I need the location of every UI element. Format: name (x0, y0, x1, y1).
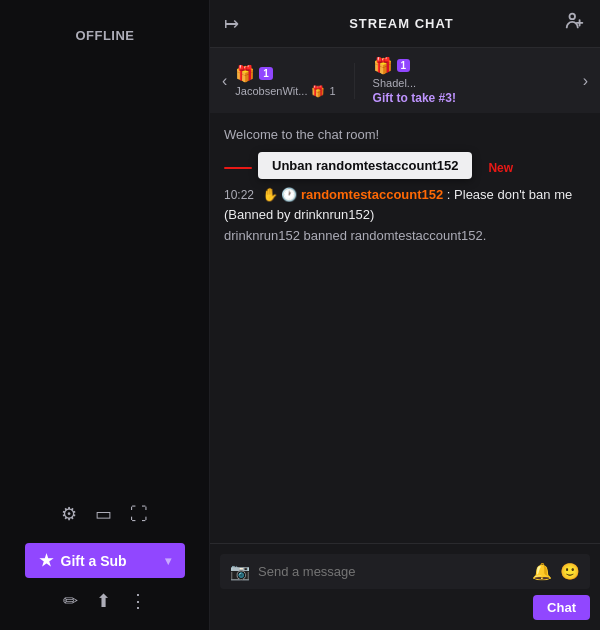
gift-sub-count-1: 1 (329, 85, 335, 97)
sidebar: OFFLINE ⚙ ▭ ⛶ ★ Gift a Sub ▾ ✏ ⬆ ⋮ (0, 0, 210, 630)
chat-header: ↦ STREAM CHAT (210, 0, 600, 48)
camera-icon[interactable]: 📷 (230, 562, 250, 581)
gift-username-1: JacobsenWit... (235, 85, 307, 97)
notification-icon[interactable]: 🔔 (532, 562, 552, 581)
gift-sub-button[interactable]: ★ Gift a Sub ▾ (25, 543, 185, 578)
chat-send-button[interactable]: Chat (533, 595, 590, 620)
unban-row: Unban randomtestaccount152 New (224, 152, 586, 183)
gift-emoji-1: 🎁 (235, 64, 255, 83)
gift-emoji-2: 🎁 (373, 56, 393, 75)
chat-input-wrapper: 📷 🔔 🙂 (220, 554, 590, 589)
stream-chat-title: STREAM CHAT (349, 16, 454, 31)
gift-notification-bar: ‹ 🎁 1 JacobsenWit... 🎁 1 🎁 1 (210, 48, 600, 113)
emoji-icon[interactable]: 🙂 (560, 562, 580, 581)
back-icon[interactable]: ↦ (224, 13, 239, 35)
chat-username-1: randomtestaccount152 (301, 187, 443, 202)
offline-label: OFFLINE (0, 28, 210, 43)
chat-footer-row: Chat (220, 595, 590, 620)
sidebar-bottom-icons: ⚙ ▭ ⛶ (61, 503, 148, 525)
gift-bar-right-arrow[interactable]: › (581, 72, 590, 90)
chat-welcome-message: Welcome to the chat room! (224, 127, 586, 142)
unban-line-left (224, 167, 252, 169)
svg-point-0 (569, 14, 575, 20)
unban-tooltip-container: Unban randomtestaccount152 (258, 152, 472, 179)
chat-input-bar: 📷 🔔 🙂 Chat (210, 543, 600, 630)
settings-icon[interactable]: ⚙ (61, 503, 77, 525)
gift-bar-items: 🎁 1 JacobsenWit... 🎁 1 🎁 1 Shadel... (235, 56, 574, 105)
star-icon: ★ (39, 551, 53, 570)
more-icon[interactable]: ⋮ (129, 590, 147, 612)
gift-username-2: Shadel... (373, 77, 416, 89)
new-badge: New (488, 161, 513, 175)
gift-bar-separator (354, 63, 355, 99)
gift-sub-icon-1: 🎁 (311, 85, 325, 98)
clock-icon[interactable]: 🕐 (281, 187, 297, 202)
chevron-down-icon: ▾ (165, 554, 171, 568)
share-icon[interactable]: ⬆ (96, 590, 111, 612)
gift-item-1: 🎁 1 JacobsenWit... 🎁 1 (235, 64, 335, 98)
chat-message-1: 10:22 ✋ 🕐 randomtestaccount152 : Please … (224, 185, 586, 224)
chat-body: Welcome to the chat room! Unban randomte… (210, 113, 600, 543)
unban-tooltip[interactable]: Unban randomtestaccount152 (258, 152, 472, 179)
layout-icon[interactable]: ▭ (95, 503, 112, 525)
gift-bar-left-arrow[interactable]: ‹ (220, 72, 229, 90)
chat-panel: ↦ STREAM CHAT ‹ 🎁 1 JacobsenWit... 🎁 (210, 0, 600, 630)
chat-system-message: drinknrun152 banned randomtestaccount152… (224, 228, 586, 243)
user-manage-icon[interactable] (564, 10, 586, 37)
edit-icon[interactable]: ✏ (63, 590, 78, 612)
gift-sub-label: Gift a Sub (61, 553, 157, 569)
fullscreen-icon[interactable]: ⛶ (130, 504, 148, 525)
timeout-icon[interactable]: ✋ (262, 187, 278, 202)
gift-badge-2: 1 (397, 59, 411, 72)
chat-time-1: 10:22 (224, 188, 254, 202)
gift-badge-1: 1 (259, 67, 273, 80)
gift-item-2: 🎁 1 Shadel... Gift to take #3! (373, 56, 456, 105)
chat-message-input[interactable] (258, 564, 524, 579)
gift-take-label: Gift to take #3! (373, 91, 456, 105)
sidebar-action-icons: ✏ ⬆ ⋮ (63, 590, 147, 612)
